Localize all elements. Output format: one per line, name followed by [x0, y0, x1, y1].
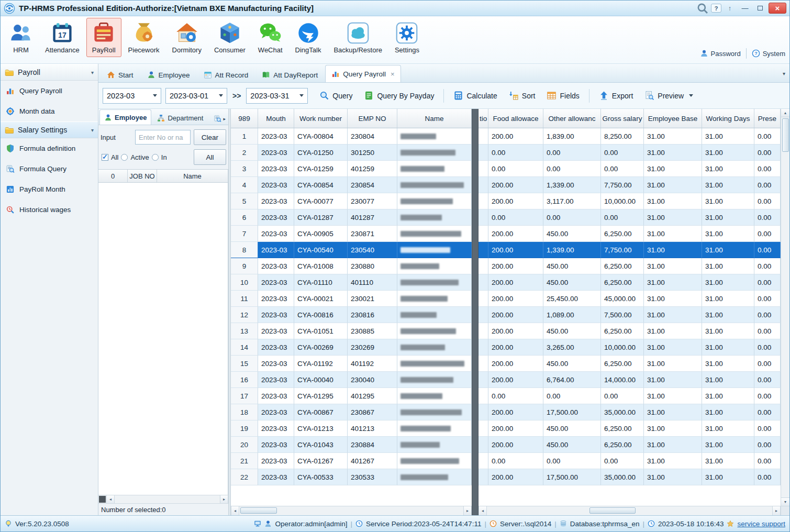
all-checkbox[interactable] — [102, 154, 108, 161]
employee-list-hscrollbar[interactable]: ◂ ▸ — [98, 495, 228, 504]
calculate-button[interactable]: Calculate — [448, 87, 502, 105]
ribbon-item-settings[interactable]: Settings — [389, 18, 425, 57]
password-button[interactable]: Password — [700, 49, 741, 58]
ribbon-item-dormitory[interactable]: Dormitory — [166, 18, 207, 57]
select-all-button[interactable]: All — [194, 149, 226, 165]
active-radio[interactable] — [121, 154, 128, 161]
ribbon-item-consumer[interactable]: Consumer — [208, 18, 251, 57]
ribbon-item-attendance[interactable]: 17Attendance — [39, 18, 85, 57]
month-select[interactable]: 2023-03 — [103, 88, 161, 104]
help-icon[interactable]: ? — [711, 4, 721, 13]
vertical-scrollbar[interactable]: ▴ ▾ — [781, 109, 789, 506]
column-header-count[interactable]: 0 — [98, 170, 128, 182]
table-row[interactable]: 192023-03CYA-01213401213200.00450.006,25… — [231, 420, 781, 437]
table-row[interactable]: 172023-03CYA-012954012950.000.000.0031.0… — [231, 388, 781, 404]
ribbon-item-piecework[interactable]: Piecework — [123, 18, 165, 57]
sidebar-group-salary-settings[interactable]: Salary Settings▾ — [1, 121, 98, 138]
table-row[interactable]: 132023-03CYA-01051230885200.00450.006,25… — [231, 323, 781, 339]
scrollbar-thumb[interactable] — [782, 118, 789, 152]
date-to-picker[interactable]: 2023-03-31 — [246, 88, 308, 104]
clear-button[interactable]: Clear — [194, 129, 226, 145]
column-header-present[interactable]: Prese — [754, 109, 781, 128]
table-row[interactable]: 32023-03CYA-012594012590.000.000.0031.00… — [231, 161, 781, 177]
table-row[interactable]: 112023-03CYA-00021230021200.0025,450.004… — [231, 291, 781, 307]
sidebar-item-month-data[interactable]: Month data — [1, 101, 98, 121]
service-support-link[interactable]: service support — [737, 520, 785, 528]
table-row[interactable]: 12023-03CYA-00804230804200.001,839.008,2… — [231, 128, 781, 145]
scrollbar-track[interactable] — [239, 506, 463, 515]
date-from-picker[interactable]: 2023-03-01 — [165, 88, 227, 104]
tab-query-payroll[interactable]: Query Payroll× — [325, 65, 400, 82]
column-header-days[interactable]: Working Days — [702, 109, 754, 128]
query-button[interactable]: Query — [314, 87, 358, 105]
scrollbar-track[interactable] — [115, 495, 220, 503]
table-row[interactable]: 92023-03CYA-01008230880200.00450.006,250… — [231, 258, 781, 274]
table-row[interactable]: 122023-03CYA-00816230816200.001,089.007,… — [231, 307, 781, 323]
column-header-jobno[interactable]: JOB NO — [128, 170, 157, 182]
ribbon-item-hrm[interactable]: HRM — [4, 18, 38, 57]
sidebar-group-payroll[interactable]: Payroll▾ — [1, 64, 98, 81]
sidebar-item-payroll-month[interactable]: PayRoll Month — [1, 179, 98, 199]
ribbon-item-dingtalk[interactable]: DingTalk — [290, 18, 327, 57]
table-row[interactable]: 22023-03CYA-012503012500.000.000.0031.00… — [231, 145, 781, 161]
left-pane-hscrollbar[interactable]: ◂ ▸ — [231, 506, 472, 515]
preview-button[interactable]: Preview — [639, 87, 698, 105]
tab-employee[interactable]: Employee — [99, 109, 151, 125]
table-row[interactable]: 102023-03CYA-01110401110200.00450.006,25… — [231, 274, 781, 291]
table-row[interactable]: 212023-03CYA-012674012670.000.000.0031.0… — [231, 453, 781, 469]
employee-search-tab-button[interactable]: ▸ — [214, 115, 227, 125]
scroll-right-icon[interactable]: ▸ — [220, 495, 228, 503]
tab-overflow-icon[interactable]: ▾ — [783, 71, 785, 76]
scroll-right-icon[interactable]: ▸ — [463, 506, 472, 515]
employee-list[interactable] — [98, 183, 228, 495]
scrollbar-thumb[interactable] — [240, 507, 277, 514]
scrollbar-thumb[interactable] — [589, 507, 636, 514]
export-button[interactable]: Export — [594, 87, 638, 105]
table-row[interactable]: 42023-03CYA-00854230854200.001,339.007,7… — [231, 177, 781, 193]
table-row[interactable]: 152023-03CYA-01192401192200.00450.006,25… — [231, 356, 781, 372]
ribbon-item-wechat[interactable]: WeChat — [252, 18, 288, 57]
sidebar-item-query-payroll[interactable]: Query Payroll — [1, 81, 98, 101]
table-row[interactable]: 62023-03CYA-012874012870.000.000.0031.00… — [231, 209, 781, 226]
pane-splitter[interactable] — [472, 109, 479, 515]
scrollbar-track[interactable] — [487, 506, 772, 515]
column-header-mouth[interactable]: Mouth — [258, 109, 294, 128]
sidebar-item-formula-definition[interactable]: Formula definition — [1, 138, 98, 159]
fields-button[interactable]: Fields — [541, 87, 584, 105]
table-row[interactable]: 82023-03CYA-00540230540200.001,339.007,7… — [231, 242, 781, 258]
column-header-name[interactable]: Name — [397, 109, 472, 128]
ribbon-item-payroll[interactable]: PayRoll — [86, 18, 121, 57]
sidebar-item-historical-wages[interactable]: Historical wages — [1, 199, 98, 220]
scroll-right-icon[interactable]: ▸ — [772, 506, 781, 515]
search-icon[interactable] — [696, 3, 709, 14]
close-button[interactable]: × — [769, 3, 786, 14]
column-header-food[interactable]: Food allowace — [488, 109, 543, 128]
right-pane-hscrollbar[interactable]: ◂ ▸ — [479, 506, 781, 515]
column-header-tio[interactable]: tio — [479, 109, 488, 128]
table-row[interactable]: 162023-03CYA-00040230040200.006,764.0014… — [231, 372, 781, 388]
minimize-button[interactable]: — — [738, 3, 752, 14]
column-header-other[interactable]: Other allowanc — [543, 109, 601, 128]
in-radio[interactable] — [152, 154, 159, 161]
system-button[interactable]: ? System — [752, 49, 785, 58]
tab-employee[interactable]: Employee — [141, 67, 196, 82]
column-header-gross[interactable]: Gross salary — [601, 109, 644, 128]
table-row[interactable]: 202023-03CYA-01043230884200.00450.006,25… — [231, 437, 781, 453]
maximize-button[interactable] — [753, 3, 767, 14]
sidebar-item-formula-query[interactable]: Formula Query — [1, 159, 98, 179]
table-row[interactable]: 222023-03CYA-00533230533200.0017,500.003… — [231, 469, 781, 485]
column-header-name[interactable]: Name — [157, 170, 228, 182]
pin-top-icon[interactable]: ↑ — [723, 3, 737, 14]
scroll-up-icon[interactable]: ▴ — [781, 109, 789, 117]
table-row[interactable]: 72023-03CYA-00905230871200.00450.006,250… — [231, 226, 781, 242]
column-header-empno[interactable]: EMP NO — [348, 109, 397, 128]
tab-start[interactable]: Start — [101, 67, 140, 82]
scroll-down-icon[interactable]: ▾ — [781, 497, 789, 506]
ribbon-item-backup-restore[interactable]: Backup/Restore — [328, 18, 388, 57]
tab-att-record[interactable]: Att Record — [197, 67, 255, 82]
close-tab-icon[interactable]: × — [391, 70, 395, 78]
table-row[interactable]: 142023-03CYA-00269230269200.003,265.0010… — [231, 339, 781, 356]
scroll-left-icon[interactable]: ◂ — [231, 506, 239, 515]
column-header-no[interactable]: 989 — [231, 109, 258, 128]
tab-att-dayreport[interactable]: Att DayReport — [255, 67, 324, 82]
